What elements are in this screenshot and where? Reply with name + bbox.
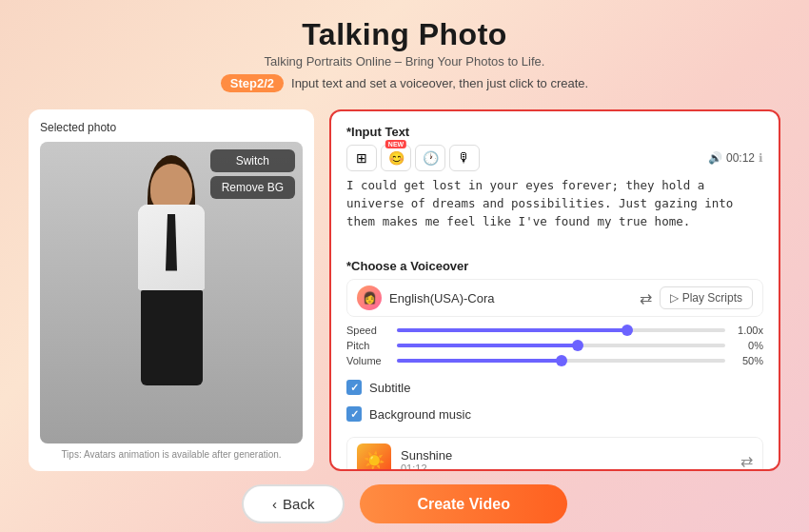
voice-avatar: 👩 [357,286,382,310]
switch-button[interactable]: Switch [210,149,295,172]
toolbar-btn-3[interactable]: 🕐 [415,145,445,171]
music-track: ☀️ Sunshine 01:12 ⇄ [346,437,763,471]
step-badge: Step2/2 [221,74,284,92]
remove-bg-button[interactable]: Remove BG [210,176,295,199]
volume-fill [397,359,562,363]
page-title: Talking Photo [0,17,809,52]
speed-slider-row: Speed 1.00x [346,325,763,336]
volume-label: Volume [346,355,389,366]
pitch-value: 0% [733,340,763,351]
voiceover-label: *Choose a Voiceover [346,259,763,273]
voice-name: English(USA)-Cora [389,291,632,305]
left-panel: Selected photo [29,109,314,471]
volume-thumb[interactable] [556,355,567,366]
right-panel: *Input Text ⊞ NEW 😊 🕐 🎙 🔊 00: [329,109,780,471]
volume-value: 50% [733,355,763,366]
back-button[interactable]: ‹ Back [242,484,345,523]
step-instruction: Input text and set a voiceover, then jus… [291,76,588,90]
background-music-label: Background music [369,407,471,422]
photo-buttons: Switch Remove BG [210,149,295,199]
music-emoji: ☀️ [364,450,385,471]
background-music-checkbox-row: ✓ Background music [346,406,763,422]
bg-music-check-mark: ✓ [350,408,359,421]
music-info: Sunshine 01:12 [401,448,731,472]
subtitle-label: Subtitle [369,381,410,395]
pitch-label: Pitch [346,340,389,351]
music-title: Sunshine [401,448,731,463]
music-duration: 01:12 [401,463,731,472]
face-icon: 😊 [388,150,404,166]
play-scripts-button[interactable]: ▷ Play Scripts [660,286,753,309]
info-icon: ℹ [759,151,763,165]
speed-thumb[interactable] [622,325,633,336]
pitch-thumb[interactable] [572,340,583,351]
input-text-label: *Input Text [346,125,763,139]
pitch-fill [397,344,578,347]
toolbar-btn-4[interactable]: 🎙 [449,145,480,171]
bottom-bar: ‹ Back Create Video [0,471,809,523]
tips-text: Tips: Avatars animation is available aft… [40,449,303,460]
header: Talking Photo Talking Portraits Online –… [0,0,809,100]
avatar-emoji: 👩 [363,291,377,305]
photo-area: Switch Remove BG [40,142,303,443]
music-thumbnail: ☀️ [357,443,391,471]
step-line: Step2/2 Input text and set a voiceover, … [0,74,809,92]
selected-photo-label: Selected photo [40,121,303,134]
subtitle-check-mark: ✓ [350,382,359,394]
pitch-slider-row: Pitch 0% [346,340,763,351]
pitch-track[interactable] [397,344,725,347]
background-music-checkbox[interactable]: ✓ [346,406,362,422]
volume-slider-row: Volume 50% [346,355,763,366]
input-text-section: *Input Text ⊞ NEW 😊 🕐 🎙 🔊 00: [346,125,763,249]
voiceover-row: 👩 English(USA)-Cora ⇄ ▷ Play Scripts [346,279,763,317]
clock-icon: 🕐 [423,150,439,166]
back-label: Back [283,496,314,512]
speed-fill [397,328,627,332]
photo-placeholder: Switch Remove BG [40,142,303,443]
timer-area: 🔊 00:12 ℹ [708,151,763,165]
input-toolbar: ⊞ NEW 😊 🕐 🎙 🔊 00:12 ℹ [346,145,763,171]
text-input[interactable]: I could get lost in your eyes forever; t… [346,177,763,246]
header-subtitle: Talking Portraits Online – Bring Your Ph… [0,54,809,69]
subtitle-checkbox[interactable]: ✓ [346,380,362,395]
mic-icon: 🎙 [458,150,471,166]
timer-value: 00:12 [726,151,755,165]
back-arrow-icon: ‹ [272,496,277,512]
voiceover-section: *Choose a Voiceover 👩 English(USA)-Cora … [346,259,763,370]
new-badge: NEW [385,140,406,148]
subtitle-checkbox-row: ✓ Subtitle [346,380,763,395]
music-adjust-icon[interactable]: ⇄ [740,452,753,470]
create-video-button[interactable]: Create Video [360,484,567,523]
speed-value: 1.00x [733,325,763,336]
speed-track[interactable] [397,328,725,332]
speaker-icon: 🔊 [708,151,722,165]
grid-icon: ⊞ [356,150,367,166]
voice-switch-icon[interactable]: ⇄ [640,289,652,307]
toolbar-btn-2[interactable]: NEW 😊 [381,145,411,171]
speed-label: Speed [346,325,389,336]
play-icon: ▷ [670,291,679,305]
volume-track[interactable] [397,359,725,363]
toolbar-btn-1[interactable]: ⊞ [346,145,377,171]
sliders-container: Speed 1.00x Pitch 0% [346,325,763,366]
play-scripts-label: Play Scripts [682,291,742,305]
main-area: Selected photo [0,109,809,471]
